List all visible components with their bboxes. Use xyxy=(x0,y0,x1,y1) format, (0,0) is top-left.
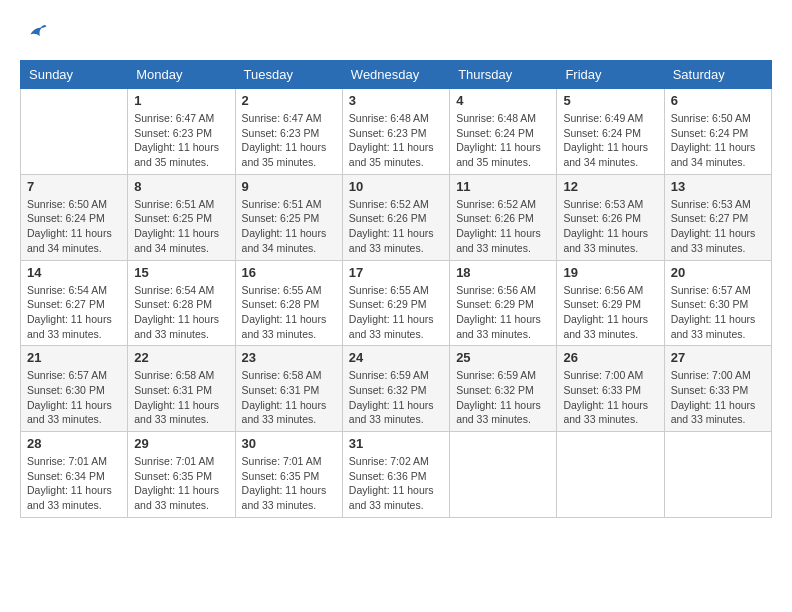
calendar-day-cell: 26Sunrise: 7:00 AMSunset: 6:33 PMDayligh… xyxy=(557,346,664,432)
page-header xyxy=(20,20,772,44)
calendar-day-cell: 17Sunrise: 6:55 AMSunset: 6:29 PMDayligh… xyxy=(342,260,449,346)
day-detail: Sunrise: 6:56 AMSunset: 6:29 PMDaylight:… xyxy=(563,283,657,342)
day-number: 28 xyxy=(27,436,121,451)
calendar-day-cell: 13Sunrise: 6:53 AMSunset: 6:27 PMDayligh… xyxy=(664,174,771,260)
day-number: 2 xyxy=(242,93,336,108)
day-number: 25 xyxy=(456,350,550,365)
day-of-week-header: Monday xyxy=(128,61,235,89)
calendar-day-cell: 25Sunrise: 6:59 AMSunset: 6:32 PMDayligh… xyxy=(450,346,557,432)
day-detail: Sunrise: 6:59 AMSunset: 6:32 PMDaylight:… xyxy=(456,368,550,427)
day-number: 14 xyxy=(27,265,121,280)
day-number: 6 xyxy=(671,93,765,108)
calendar-day-cell: 16Sunrise: 6:55 AMSunset: 6:28 PMDayligh… xyxy=(235,260,342,346)
calendar-day-cell: 4Sunrise: 6:48 AMSunset: 6:24 PMDaylight… xyxy=(450,89,557,175)
day-detail: Sunrise: 7:01 AMSunset: 6:35 PMDaylight:… xyxy=(242,454,336,513)
day-detail: Sunrise: 6:57 AMSunset: 6:30 PMDaylight:… xyxy=(27,368,121,427)
calendar-day-cell: 8Sunrise: 6:51 AMSunset: 6:25 PMDaylight… xyxy=(128,174,235,260)
day-detail: Sunrise: 6:58 AMSunset: 6:31 PMDaylight:… xyxy=(242,368,336,427)
calendar-day-cell: 5Sunrise: 6:49 AMSunset: 6:24 PMDaylight… xyxy=(557,89,664,175)
calendar-day-cell: 31Sunrise: 7:02 AMSunset: 6:36 PMDayligh… xyxy=(342,432,449,518)
calendar-day-cell: 30Sunrise: 7:01 AMSunset: 6:35 PMDayligh… xyxy=(235,432,342,518)
day-number: 10 xyxy=(349,179,443,194)
day-number: 4 xyxy=(456,93,550,108)
day-detail: Sunrise: 7:01 AMSunset: 6:35 PMDaylight:… xyxy=(134,454,228,513)
day-of-week-header: Wednesday xyxy=(342,61,449,89)
day-number: 20 xyxy=(671,265,765,280)
day-number: 30 xyxy=(242,436,336,451)
calendar-week-row: 28Sunrise: 7:01 AMSunset: 6:34 PMDayligh… xyxy=(21,432,772,518)
day-detail: Sunrise: 6:50 AMSunset: 6:24 PMDaylight:… xyxy=(671,111,765,170)
day-number: 26 xyxy=(563,350,657,365)
calendar-day-cell: 28Sunrise: 7:01 AMSunset: 6:34 PMDayligh… xyxy=(21,432,128,518)
day-number: 22 xyxy=(134,350,228,365)
day-number: 8 xyxy=(134,179,228,194)
day-detail: Sunrise: 7:00 AMSunset: 6:33 PMDaylight:… xyxy=(563,368,657,427)
day-number: 3 xyxy=(349,93,443,108)
day-number: 31 xyxy=(349,436,443,451)
day-detail: Sunrise: 6:48 AMSunset: 6:24 PMDaylight:… xyxy=(456,111,550,170)
day-detail: Sunrise: 6:51 AMSunset: 6:25 PMDaylight:… xyxy=(242,197,336,256)
calendar-day-cell: 22Sunrise: 6:58 AMSunset: 6:31 PMDayligh… xyxy=(128,346,235,432)
calendar-day-cell: 19Sunrise: 6:56 AMSunset: 6:29 PMDayligh… xyxy=(557,260,664,346)
calendar-day-cell: 9Sunrise: 6:51 AMSunset: 6:25 PMDaylight… xyxy=(235,174,342,260)
calendar-day-cell: 24Sunrise: 6:59 AMSunset: 6:32 PMDayligh… xyxy=(342,346,449,432)
day-detail: Sunrise: 6:52 AMSunset: 6:26 PMDaylight:… xyxy=(456,197,550,256)
calendar-day-cell: 3Sunrise: 6:48 AMSunset: 6:23 PMDaylight… xyxy=(342,89,449,175)
day-number: 19 xyxy=(563,265,657,280)
day-detail: Sunrise: 6:55 AMSunset: 6:29 PMDaylight:… xyxy=(349,283,443,342)
day-detail: Sunrise: 6:54 AMSunset: 6:27 PMDaylight:… xyxy=(27,283,121,342)
calendar-day-cell: 6Sunrise: 6:50 AMSunset: 6:24 PMDaylight… xyxy=(664,89,771,175)
calendar-day-cell: 20Sunrise: 6:57 AMSunset: 6:30 PMDayligh… xyxy=(664,260,771,346)
day-of-week-header: Thursday xyxy=(450,61,557,89)
calendar-week-row: 7Sunrise: 6:50 AMSunset: 6:24 PMDaylight… xyxy=(21,174,772,260)
day-number: 11 xyxy=(456,179,550,194)
day-number: 21 xyxy=(27,350,121,365)
day-detail: Sunrise: 6:59 AMSunset: 6:32 PMDaylight:… xyxy=(349,368,443,427)
calendar-day-cell: 14Sunrise: 6:54 AMSunset: 6:27 PMDayligh… xyxy=(21,260,128,346)
day-detail: Sunrise: 6:57 AMSunset: 6:30 PMDaylight:… xyxy=(671,283,765,342)
day-number: 9 xyxy=(242,179,336,194)
calendar-day-cell: 18Sunrise: 6:56 AMSunset: 6:29 PMDayligh… xyxy=(450,260,557,346)
day-number: 16 xyxy=(242,265,336,280)
day-of-week-header: Friday xyxy=(557,61,664,89)
calendar-day-cell xyxy=(21,89,128,175)
day-number: 24 xyxy=(349,350,443,365)
day-detail: Sunrise: 6:56 AMSunset: 6:29 PMDaylight:… xyxy=(456,283,550,342)
calendar-day-cell: 21Sunrise: 6:57 AMSunset: 6:30 PMDayligh… xyxy=(21,346,128,432)
day-detail: Sunrise: 6:51 AMSunset: 6:25 PMDaylight:… xyxy=(134,197,228,256)
day-detail: Sunrise: 6:58 AMSunset: 6:31 PMDaylight:… xyxy=(134,368,228,427)
day-detail: Sunrise: 6:50 AMSunset: 6:24 PMDaylight:… xyxy=(27,197,121,256)
day-detail: Sunrise: 6:48 AMSunset: 6:23 PMDaylight:… xyxy=(349,111,443,170)
day-number: 13 xyxy=(671,179,765,194)
calendar-week-row: 21Sunrise: 6:57 AMSunset: 6:30 PMDayligh… xyxy=(21,346,772,432)
day-number: 18 xyxy=(456,265,550,280)
day-detail: Sunrise: 6:47 AMSunset: 6:23 PMDaylight:… xyxy=(242,111,336,170)
day-detail: Sunrise: 6:54 AMSunset: 6:28 PMDaylight:… xyxy=(134,283,228,342)
calendar-header: SundayMondayTuesdayWednesdayThursdayFrid… xyxy=(21,61,772,89)
day-header-row: SundayMondayTuesdayWednesdayThursdayFrid… xyxy=(21,61,772,89)
day-detail: Sunrise: 6:49 AMSunset: 6:24 PMDaylight:… xyxy=(563,111,657,170)
calendar-day-cell: 7Sunrise: 6:50 AMSunset: 6:24 PMDaylight… xyxy=(21,174,128,260)
calendar-day-cell: 23Sunrise: 6:58 AMSunset: 6:31 PMDayligh… xyxy=(235,346,342,432)
calendar-day-cell xyxy=(664,432,771,518)
day-number: 7 xyxy=(27,179,121,194)
calendar-body: 1Sunrise: 6:47 AMSunset: 6:23 PMDaylight… xyxy=(21,89,772,518)
day-detail: Sunrise: 7:01 AMSunset: 6:34 PMDaylight:… xyxy=(27,454,121,513)
day-detail: Sunrise: 6:52 AMSunset: 6:26 PMDaylight:… xyxy=(349,197,443,256)
day-of-week-header: Saturday xyxy=(664,61,771,89)
calendar-day-cell: 1Sunrise: 6:47 AMSunset: 6:23 PMDaylight… xyxy=(128,89,235,175)
day-detail: Sunrise: 7:02 AMSunset: 6:36 PMDaylight:… xyxy=(349,454,443,513)
logo xyxy=(20,20,48,44)
day-number: 29 xyxy=(134,436,228,451)
day-number: 12 xyxy=(563,179,657,194)
calendar-day-cell: 15Sunrise: 6:54 AMSunset: 6:28 PMDayligh… xyxy=(128,260,235,346)
day-number: 1 xyxy=(134,93,228,108)
day-of-week-header: Tuesday xyxy=(235,61,342,89)
calendar-day-cell: 27Sunrise: 7:00 AMSunset: 6:33 PMDayligh… xyxy=(664,346,771,432)
day-of-week-header: Sunday xyxy=(21,61,128,89)
day-detail: Sunrise: 6:53 AMSunset: 6:27 PMDaylight:… xyxy=(671,197,765,256)
calendar-week-row: 1Sunrise: 6:47 AMSunset: 6:23 PMDaylight… xyxy=(21,89,772,175)
calendar-day-cell xyxy=(450,432,557,518)
calendar-day-cell: 11Sunrise: 6:52 AMSunset: 6:26 PMDayligh… xyxy=(450,174,557,260)
day-detail: Sunrise: 6:55 AMSunset: 6:28 PMDaylight:… xyxy=(242,283,336,342)
